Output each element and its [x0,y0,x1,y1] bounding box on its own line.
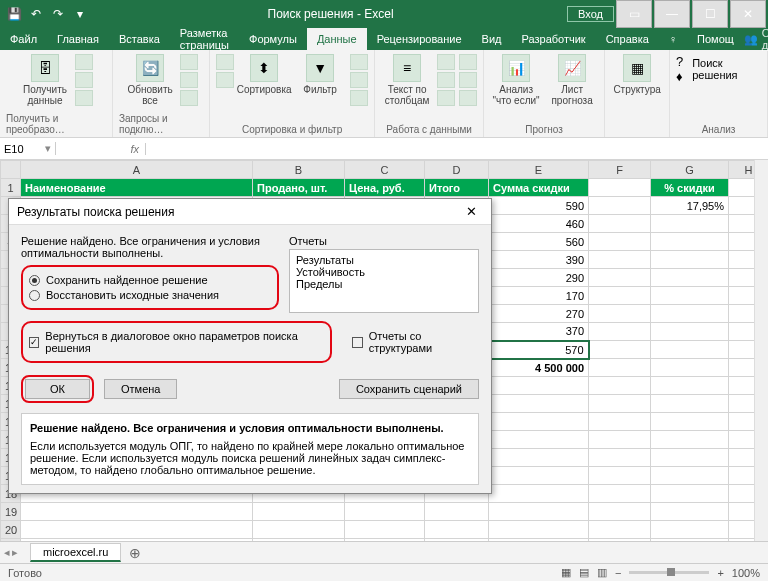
text-to-columns-button[interactable]: ≡Текст по столбцам [381,54,433,106]
cell[interactable]: 170 [489,287,589,305]
outline-button[interactable]: ▦Структура [611,54,663,95]
sort-az-icon[interactable] [216,54,234,70]
cell[interactable]: 290 [489,269,589,287]
reapply-icon[interactable] [350,72,368,88]
cell[interactable] [589,179,651,197]
from-text-icon[interactable] [75,54,93,70]
cell[interactable]: Сумма скидки [489,179,589,197]
cell[interactable]: 4 500 000 [489,359,589,377]
col-header-a[interactable]: A [21,161,253,179]
sheet-nav-next-icon[interactable]: ▸ [12,546,18,559]
queries-icon[interactable] [180,54,198,70]
redo-icon[interactable]: ↷ [48,4,68,24]
col-header-d[interactable]: D [425,161,489,179]
selected-cell[interactable]: 570 [489,341,589,359]
tab-developer[interactable]: Разработчик [512,28,596,50]
cell[interactable]: % скидки [651,179,729,197]
what-if-button[interactable]: 📊Анализ "что если" [490,54,542,106]
forecast-sheet-button[interactable]: 📈Лист прогноза [546,54,598,106]
zoom-slider[interactable] [629,571,709,574]
relationships-icon[interactable] [459,72,477,88]
clear-filter-icon[interactable] [350,54,368,70]
zoom-in-icon[interactable]: + [717,567,723,579]
solver-button[interactable]: ?♦Поиск решения [676,54,761,84]
cell[interactable]: Наименование [21,179,253,197]
cell[interactable]: 370 [489,323,589,341]
cell[interactable]: 560 [489,233,589,251]
col-header-g[interactable]: G [651,161,729,179]
vertical-scrollbar[interactable] [754,160,768,541]
ribbon-options-icon[interactable]: ▭ [616,0,652,28]
tab-insert[interactable]: Вставка [109,28,170,50]
maximize-icon[interactable]: ☐ [692,0,728,28]
save-icon[interactable]: 💾 [4,4,24,24]
cancel-button[interactable]: Отмена [104,379,177,399]
login-button[interactable]: Вход [567,6,614,22]
undo-icon[interactable]: ↶ [26,4,46,24]
data-validation-icon[interactable] [437,90,455,106]
cell[interactable]: Продано, шт. [253,179,345,197]
fx-button[interactable]: fx [56,143,146,155]
col-header-b[interactable]: B [253,161,345,179]
cell[interactable]: 390 [489,251,589,269]
view-page-break-icon[interactable]: ▥ [597,566,607,579]
tab-file[interactable]: Файл [0,28,47,50]
row-header-1[interactable]: 1 [1,179,21,197]
ok-button[interactable]: ОК [25,379,90,399]
checkbox-outline-reports[interactable]: Отчеты со структурами [352,330,479,354]
report-item[interactable]: Результаты [296,254,472,266]
consolidate-icon[interactable] [459,54,477,70]
get-data-button[interactable]: 🗄Получить данные [19,54,71,106]
tab-help[interactable]: Справка [596,28,659,50]
tab-home[interactable]: Главная [47,28,109,50]
tab-formulas[interactable]: Формулы [239,28,307,50]
tab-data[interactable]: Данные [307,28,367,50]
cell[interactable]: Итого [425,179,489,197]
col-header-f[interactable]: F [589,161,651,179]
select-all-corner[interactable] [1,161,21,179]
minimize-icon[interactable]: — [654,0,690,28]
sheet-tab[interactable]: microexcel.ru [30,543,121,562]
name-box[interactable]: E10▾ [0,142,56,155]
from-table-icon[interactable] [75,90,93,106]
advanced-icon[interactable] [350,90,368,106]
radio-keep-solution[interactable]: Сохранить найденное решение [29,274,271,286]
sort-za-icon[interactable] [216,72,234,88]
flash-fill-icon[interactable] [437,54,455,70]
view-normal-icon[interactable]: ▦ [561,566,571,579]
edit-links-icon[interactable] [180,90,198,106]
tab-page-layout[interactable]: Разметка страницы [170,28,239,50]
tab-tell-me[interactable]: ♀ [659,28,687,50]
col-header-e[interactable]: E [489,161,589,179]
reports-listbox[interactable]: Результаты Устойчивость Пределы [289,249,479,313]
sheet-nav-prev-icon[interactable]: ◂ [4,546,10,559]
data-model-icon[interactable] [459,90,477,106]
cell[interactable]: 460 [489,215,589,233]
from-web-icon[interactable] [75,72,93,88]
cell[interactable]: 270 [489,305,589,323]
cell[interactable]: Цена, руб. [345,179,425,197]
tab-view[interactable]: Вид [472,28,512,50]
properties-icon[interactable] [180,72,198,88]
new-sheet-icon[interactable]: ⊕ [121,545,149,561]
close-icon[interactable]: ✕ [730,0,766,28]
radio-restore-original[interactable]: Восстановить исходные значения [29,289,271,301]
view-page-layout-icon[interactable]: ▤ [579,566,589,579]
remove-duplicates-icon[interactable] [437,72,455,88]
cell[interactable]: 17,95% [651,197,729,215]
checkbox-return-to-dialog[interactable]: ✓Вернуться в диалоговое окно параметров … [29,330,324,354]
col-header-c[interactable]: C [345,161,425,179]
tab-review[interactable]: Рецензирование [367,28,472,50]
zoom-out-icon[interactable]: − [615,567,621,579]
report-item[interactable]: Пределы [296,278,472,290]
qat-dropdown-icon[interactable]: ▾ [70,4,90,24]
save-scenario-button[interactable]: Сохранить сценарий [339,379,479,399]
refresh-all-button[interactable]: 🔄Обновить все [124,54,176,106]
filter-button[interactable]: ▼Фильтр [294,54,346,95]
sort-button[interactable]: ⬍Сортировка [238,54,290,95]
dialog-close-icon[interactable]: ✕ [460,204,483,219]
cell[interactable]: 590 [489,197,589,215]
zoom-level[interactable]: 100% [732,567,760,579]
report-item[interactable]: Устойчивость [296,266,472,278]
share-button[interactable]: Общий доступ [762,27,768,51]
